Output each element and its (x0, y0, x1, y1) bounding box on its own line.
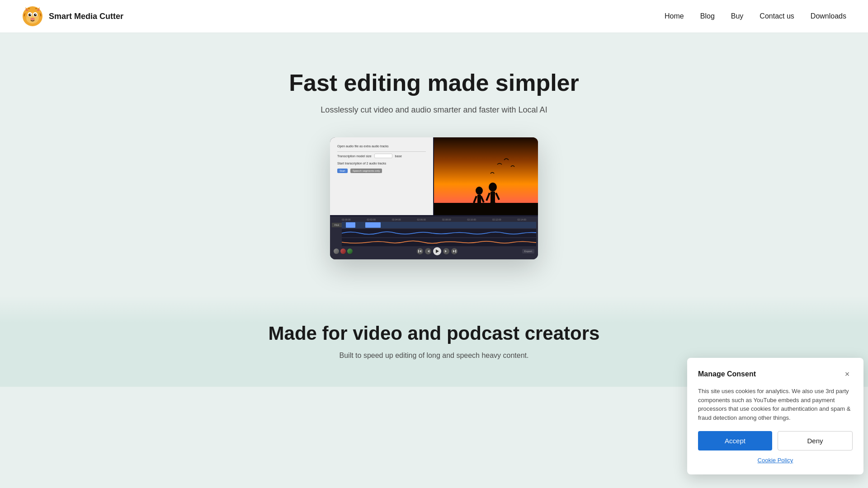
model-input[interactable] (374, 154, 392, 158)
svg-point-8 (30, 18, 35, 20)
svg-marker-25 (428, 250, 429, 253)
start-button[interactable]: Start (337, 169, 348, 173)
cookie-body-text: This site uses cookies for analytics. We… (698, 387, 853, 422)
accept-button[interactable]: Accept (698, 431, 772, 450)
deny-button[interactable]: Deny (778, 431, 853, 450)
svg-marker-26 (436, 249, 439, 253)
transport-controls (417, 247, 458, 255)
svg-rect-29 (455, 250, 456, 253)
nav-home[interactable]: Home (665, 12, 684, 20)
cookie-title: Manage Consent (698, 370, 756, 378)
svg-point-5 (34, 14, 37, 16)
panel-row-transcribe: Start transcription of 2 audio tracks (337, 162, 426, 165)
svg-rect-24 (418, 250, 419, 253)
skip-back-btn[interactable] (417, 248, 423, 254)
header: Smart Media Cutter Home Blog Buy Contact… (0, 0, 868, 33)
play-btn[interactable] (433, 247, 441, 255)
section-2-title: Made for video and podcast creators (269, 323, 600, 344)
next-btn[interactable] (443, 248, 449, 254)
hero-title: Fast editing made simpler (289, 69, 579, 96)
svg-rect-12 (477, 195, 481, 204)
waveform-1 (342, 229, 536, 237)
playback-icons (334, 249, 353, 254)
export-button[interactable]: Export (522, 249, 534, 253)
svg-rect-10 (434, 203, 538, 215)
svg-point-7 (35, 14, 36, 15)
main-nav: Home Blog Buy Contact us Downloads (665, 12, 846, 20)
speech-segments-button[interactable]: Speech segments only (350, 169, 382, 173)
hero-subtitle: Losslessly cut video and audio smarter a… (321, 105, 547, 115)
icon-1 (334, 249, 339, 254)
transcribe-label: Start transcription of 2 audio tracks (337, 162, 386, 165)
cookie-close-button[interactable]: × (842, 369, 853, 380)
app-screenshot: Open audio file as extra audio tracks Tr… (330, 137, 538, 259)
panel-row-btns: Start Speech segments only (337, 169, 426, 173)
model-label: Transcription model size (337, 155, 372, 158)
skip-forward-btn[interactable] (451, 248, 458, 254)
panel-row-model: Transcription model size base (337, 154, 426, 158)
panel-left: Open audio file as extra audio tracks Tr… (330, 137, 433, 215)
svg-marker-27 (445, 250, 447, 253)
svg-point-6 (30, 14, 31, 15)
prev-btn[interactable] (425, 248, 431, 254)
nav-downloads[interactable]: Downloads (811, 12, 846, 20)
video-silhouette (434, 137, 538, 215)
open-audio-label: Open audio file as extra audio tracks (337, 145, 389, 148)
svg-rect-18 (491, 192, 495, 203)
svg-point-17 (489, 183, 497, 192)
logo-area: Smart Media Cutter (22, 5, 123, 27)
svg-marker-28 (453, 250, 455, 253)
cookie-buttons: Accept Deny (698, 431, 853, 450)
nav-blog[interactable]: Blog (700, 12, 715, 20)
panel-row-open: Open audio file as extra audio tracks (337, 145, 426, 148)
base-label: base (395, 155, 402, 158)
cookie-consent-dialog: Manage Consent × This site uses cookies … (687, 358, 863, 474)
section-2-subtitle: Built to speed up editing of long and sp… (340, 352, 529, 360)
nav-buy[interactable]: Buy (731, 12, 744, 20)
cookie-header: Manage Consent × (698, 369, 853, 380)
main-content: Fast editing made simpler Losslessly cut… (0, 33, 868, 387)
logo-icon (22, 5, 43, 27)
nav-contact[interactable]: Contact us (760, 12, 794, 20)
svg-point-4 (28, 14, 31, 16)
waveform-2 (342, 238, 536, 246)
timeline: 02:00:00 02:02:00 02:04:00 02:06:00 02:0… (330, 216, 538, 259)
cookie-policy-link[interactable]: Cookie Policy (698, 457, 853, 464)
icon-2 (340, 249, 346, 254)
video-panel (434, 137, 538, 215)
svg-point-11 (476, 187, 483, 195)
logo-name: Smart Media Cutter (49, 12, 123, 21)
svg-marker-23 (420, 250, 421, 253)
icon-3 (347, 249, 353, 254)
